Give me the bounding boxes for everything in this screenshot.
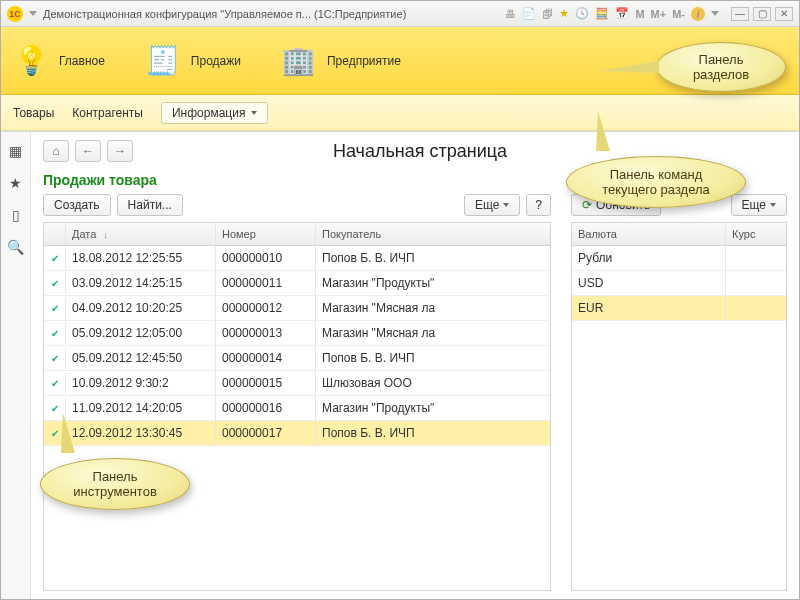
table-row[interactable]: ✔05.09.2012 12:05:00000000013Магазин "Мя…: [44, 321, 550, 346]
calc-icon[interactable]: 🧮: [595, 7, 609, 20]
desk-lamp-icon: 💡: [13, 43, 49, 79]
app-window: 1C Демонстрационная конфигурация "Управл…: [0, 0, 800, 600]
cell-buyer: Магазин "Мясная ла: [316, 296, 550, 320]
section-enterprise[interactable]: 🏢 Предприятие: [281, 43, 401, 79]
table-row[interactable]: USD: [572, 271, 786, 296]
cell-date: 05.09.2012 12:05:00: [66, 321, 216, 345]
close-button[interactable]: ✕: [775, 7, 793, 21]
table-row[interactable]: ✔04.09.2012 10:20:25000000012Магазин "Мя…: [44, 296, 550, 321]
cell-number: 000000012: [216, 296, 316, 320]
section-main[interactable]: 💡 Главное: [13, 43, 105, 79]
app-logo-icon: 1C: [7, 6, 23, 22]
rates-buttons: ⟳ Обновить Еще: [571, 194, 787, 216]
header-number[interactable]: Номер: [216, 223, 316, 245]
command-partners[interactable]: Контрагенты: [72, 106, 143, 120]
table-row[interactable]: EUR: [572, 296, 786, 321]
refresh-button[interactable]: ⟳ Обновить: [571, 194, 661, 216]
cell-number: 000000010: [216, 246, 316, 270]
row-status-icon: ✔: [44, 273, 66, 294]
window-title: Демонстрационная конфигурация "Управляем…: [43, 8, 499, 20]
maximize-button[interactable]: ▢: [753, 7, 771, 21]
table-row[interactable]: Рубли: [572, 246, 786, 271]
m-minus-button[interactable]: M-: [672, 8, 685, 20]
main-area: ▦ ★ ▯ 🔍 ⌂ ← → Начальная страница Продажи…: [1, 131, 799, 599]
info-icon[interactable]: i: [691, 7, 705, 21]
cell-currency: USD: [572, 271, 726, 295]
cell-date: 04.09.2012 10:20:25: [66, 296, 216, 320]
cell-number: 000000013: [216, 321, 316, 345]
cell-date: 05.09.2012 12:45:50: [66, 346, 216, 370]
columns: Продажи товара Создать Найти... Еще ?: [43, 172, 787, 591]
find-button[interactable]: Найти...: [117, 194, 183, 216]
tool-icon[interactable]: 🖶: [505, 8, 516, 20]
home-button[interactable]: ⌂: [43, 140, 69, 162]
chevron-down-icon: [251, 111, 257, 115]
app-menu-dropdown-icon[interactable]: [29, 11, 37, 16]
header-date[interactable]: Дата ↓: [66, 223, 216, 245]
calendar-icon[interactable]: 📅: [615, 7, 629, 20]
cell-date: 10.09.2012 9:30:2: [66, 371, 216, 395]
content: ⌂ ← → Начальная страница Продажи товара …: [31, 132, 799, 599]
m-button[interactable]: M: [635, 8, 644, 20]
sales-grid-header: Дата ↓ Номер Покупатель: [44, 223, 550, 246]
cell-rate: [726, 278, 786, 288]
forward-button[interactable]: →: [107, 140, 133, 162]
titlebar-tools: 🖶 📄 🗐 ★ 🕓 🧮 📅 M M+ M- i: [505, 7, 719, 21]
command-info-dropdown[interactable]: Информация: [161, 102, 268, 124]
table-row[interactable]: ✔10.09.2012 9:30:2000000015Шлюзовая ООО: [44, 371, 550, 396]
chevron-down-icon: [770, 203, 776, 207]
section-sales[interactable]: 🧾 Продажи: [145, 43, 241, 79]
bookmark-icon[interactable]: ▯: [7, 206, 25, 224]
header-icon-col[interactable]: [44, 223, 66, 245]
rates-more-button[interactable]: Еще: [731, 194, 787, 216]
grid-icon[interactable]: ▦: [7, 142, 25, 160]
building-icon: 🏢: [281, 43, 317, 79]
cell-buyer: Попов Б. В. ИЧП: [316, 421, 550, 445]
row-status-icon: ✔: [44, 248, 66, 269]
cell-number: 000000017: [216, 421, 316, 445]
tool-sidebar: ▦ ★ ▯ 🔍: [1, 132, 31, 599]
cell-buyer: Магазин "Мясная ла: [316, 321, 550, 345]
row-status-icon: ✔: [44, 298, 66, 319]
row-status-icon: ✔: [44, 323, 66, 344]
minimize-button[interactable]: —: [731, 7, 749, 21]
chevron-down-icon: [503, 203, 509, 207]
help-button[interactable]: ?: [526, 194, 551, 216]
create-button[interactable]: Создать: [43, 194, 111, 216]
tool-icon[interactable]: 📄: [522, 7, 536, 20]
cell-buyer: Попов Б. В. ИЧП: [316, 346, 550, 370]
cell-number: 000000015: [216, 371, 316, 395]
star-icon[interactable]: ★: [559, 7, 569, 20]
section-label: Предприятие: [327, 54, 401, 68]
search-icon[interactable]: 🔍: [7, 238, 25, 256]
table-row[interactable]: ✔03.09.2012 14:25:15000000011Магазин "Пр…: [44, 271, 550, 296]
header-currency[interactable]: Валюта: [572, 223, 726, 245]
nav-row: ⌂ ← → Начальная страница: [43, 140, 787, 162]
back-button[interactable]: ←: [75, 140, 101, 162]
clock-icon[interactable]: 🕓: [575, 7, 589, 20]
tool-icon[interactable]: 🗐: [542, 8, 553, 20]
table-row[interactable]: ✔05.09.2012 12:45:50000000014Попов Б. В.…: [44, 346, 550, 371]
header-buyer[interactable]: Покупатель: [316, 223, 550, 245]
refresh-icon: ⟳: [582, 198, 592, 212]
section-panel: 💡 Главное 🧾 Продажи 🏢 Предприятие: [1, 27, 799, 95]
info-dropdown-icon[interactable]: [711, 11, 719, 16]
table-row[interactable]: ✔12.09.2012 13:30:45000000017Попов Б. В.…: [44, 421, 550, 446]
sort-asc-icon: ↓: [103, 230, 108, 240]
table-row[interactable]: ✔11.09.2012 14:20:05000000016Магазин "Пр…: [44, 396, 550, 421]
sales-title: Продажи товара: [43, 172, 551, 188]
command-goods[interactable]: Товары: [13, 106, 54, 120]
table-row[interactable]: ✔18.08.2012 12:25:55000000010Попов Б. В.…: [44, 246, 550, 271]
star-icon[interactable]: ★: [7, 174, 25, 192]
m-plus-button[interactable]: M+: [651, 8, 667, 20]
row-status-icon: ✔: [44, 373, 66, 394]
cell-number: 000000016: [216, 396, 316, 420]
row-status-icon: ✔: [44, 398, 66, 419]
cell-number: 000000011: [216, 271, 316, 295]
cell-buyer: Магазин "Продукты": [316, 396, 550, 420]
window-controls: — ▢ ✕: [731, 7, 793, 21]
rates-title: Курсы валют: [571, 172, 787, 188]
header-rate[interactable]: Курс: [726, 223, 786, 245]
cell-date: 18.08.2012 12:25:55: [66, 246, 216, 270]
more-button[interactable]: Еще: [464, 194, 520, 216]
